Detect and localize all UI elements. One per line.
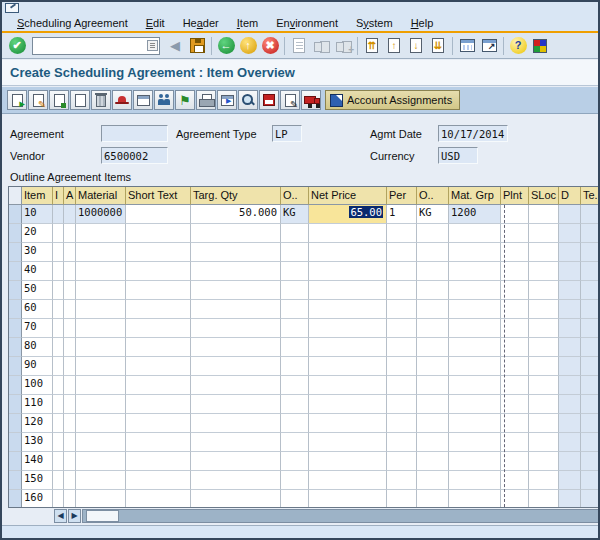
cell-te[interactable] [581, 357, 600, 376]
cell-i[interactable] [53, 300, 64, 319]
cell-plnt[interactable] [501, 376, 529, 395]
cell-mat_grp[interactable] [449, 490, 501, 508]
cell-te[interactable] [581, 471, 600, 490]
cell-sloc[interactable] [529, 414, 559, 433]
cell-opu[interactable] [417, 357, 449, 376]
cell-mat_grp[interactable] [449, 414, 501, 433]
cell-d[interactable] [559, 490, 581, 508]
cell-per[interactable] [387, 414, 417, 433]
cell-net_price[interactable] [309, 471, 387, 490]
column-header-te[interactable]: Te.. [581, 187, 600, 205]
cell-net_price[interactable] [309, 243, 387, 262]
cell-material[interactable] [76, 224, 126, 243]
cell-sloc[interactable] [529, 281, 559, 300]
cell-sloc[interactable] [529, 452, 559, 471]
sap-screen-icon[interactable] [5, 3, 19, 13]
cell-a[interactable] [64, 262, 76, 281]
cell-i[interactable] [53, 376, 64, 395]
cell-targ_qty[interactable] [191, 433, 281, 452]
cell-d[interactable] [559, 319, 581, 338]
menu-header[interactable]: Header [174, 16, 228, 30]
cell-opu[interactable] [417, 224, 449, 243]
new-session-button[interactable] [456, 35, 478, 57]
cell-short_text[interactable] [126, 452, 191, 471]
delete-item-button[interactable] [91, 90, 111, 110]
menu-scheduling-agreement[interactable]: Scheduling Agreement [8, 16, 137, 30]
cell-opu[interactable] [417, 262, 449, 281]
menu-environment[interactable]: Environment [267, 16, 347, 30]
column-header-short_text[interactable]: Short Text [126, 187, 191, 205]
cell-sel[interactable] [9, 224, 22, 243]
cell-mat_grp[interactable] [449, 319, 501, 338]
cell-d[interactable] [559, 357, 581, 376]
column-header-d[interactable]: D [559, 187, 581, 205]
cell-opu[interactable] [417, 376, 449, 395]
cell-opu[interactable] [417, 471, 449, 490]
help-button[interactable]: ? [507, 35, 529, 57]
column-header-oun[interactable]: O.. [281, 187, 309, 205]
cell-mat_grp[interactable] [449, 300, 501, 319]
cell-te[interactable] [581, 490, 600, 508]
cell-material[interactable] [76, 300, 126, 319]
cell-d[interactable] [559, 414, 581, 433]
cancel-button[interactable]: ✖ [259, 35, 281, 57]
release-button[interactable]: ⚑ [175, 90, 195, 110]
cell-targ_qty[interactable] [191, 300, 281, 319]
cell-sloc[interactable] [529, 490, 559, 508]
cell-oun[interactable] [281, 243, 309, 262]
cell-net_price[interactable] [309, 300, 387, 319]
cell-item[interactable]: 40 [22, 262, 53, 281]
pricing-button[interactable] [259, 90, 279, 110]
cell-oun[interactable]: KG [281, 205, 309, 224]
column-header-targ_qty[interactable]: Targ. Qty [191, 187, 281, 205]
cell-sel[interactable] [9, 490, 22, 508]
column-header-sel[interactable] [9, 187, 22, 205]
cell-mat_grp[interactable] [449, 471, 501, 490]
exit-button[interactable]: ↑ [237, 35, 259, 57]
cell-item[interactable]: 110 [22, 395, 53, 414]
cell-per[interactable] [387, 243, 417, 262]
enter-button[interactable]: ✔ [6, 35, 28, 57]
cell-net_price[interactable] [309, 338, 387, 357]
cell-sloc[interactable] [529, 224, 559, 243]
item-conditions-button[interactable]: ✎ [28, 90, 48, 110]
column-header-a[interactable]: A [64, 187, 76, 205]
cell-sel[interactable] [9, 300, 22, 319]
cell-oun[interactable] [281, 452, 309, 471]
column-header-i[interactable]: I [53, 187, 64, 205]
cell-sloc[interactable] [529, 395, 559, 414]
cell-a[interactable] [64, 376, 76, 395]
cell-i[interactable] [53, 224, 64, 243]
cell-net_price[interactable] [309, 414, 387, 433]
cell-opu[interactable] [417, 414, 449, 433]
cell-oun[interactable] [281, 224, 309, 243]
search-button[interactable] [238, 90, 258, 110]
page-down-button[interactable]: ↓ [405, 35, 427, 57]
cell-item[interactable]: 160 [22, 490, 53, 508]
cell-mat_grp[interactable]: 1200 [449, 205, 501, 224]
cell-sloc[interactable] [529, 300, 559, 319]
cell-item[interactable]: 50 [22, 281, 53, 300]
column-header-opu[interactable]: O.. [417, 187, 449, 205]
cell-per[interactable] [387, 376, 417, 395]
cell-per[interactable] [387, 452, 417, 471]
cell-i[interactable] [53, 490, 64, 508]
cell-net_price[interactable] [309, 433, 387, 452]
last-page-button[interactable]: ⇊ [427, 35, 449, 57]
cell-material[interactable] [76, 395, 126, 414]
cell-d[interactable] [559, 281, 581, 300]
agreement-field[interactable] [101, 125, 168, 142]
currency-field[interactable]: USD [438, 147, 478, 164]
cell-mat_grp[interactable] [449, 376, 501, 395]
header-details-button[interactable] [112, 90, 132, 110]
cell-material[interactable] [76, 452, 126, 471]
cell-item[interactable]: 150 [22, 471, 53, 490]
back-button[interactable]: ← [215, 35, 237, 57]
cell-a[interactable] [64, 243, 76, 262]
cell-per[interactable] [387, 281, 417, 300]
cell-opu[interactable] [417, 395, 449, 414]
cell-d[interactable] [559, 433, 581, 452]
cell-short_text[interactable] [126, 357, 191, 376]
column-header-plnt[interactable]: Plnt [501, 187, 529, 205]
cell-i[interactable] [53, 243, 64, 262]
